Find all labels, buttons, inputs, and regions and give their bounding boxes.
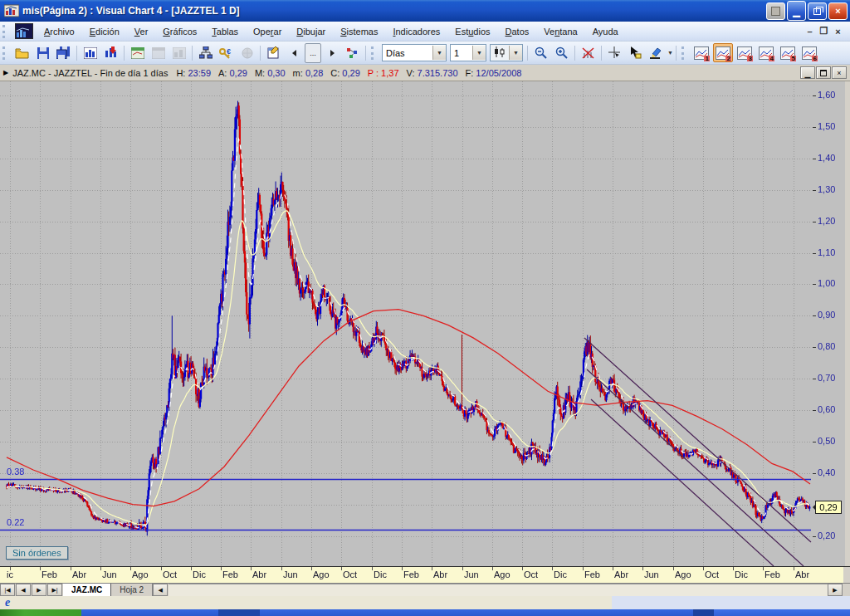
- menu-item-ayuda[interactable]: Ayuda: [585, 24, 626, 39]
- child-close-button[interactable]: ×: [831, 27, 845, 37]
- x-tick-label: Ago: [494, 570, 510, 579]
- insert-bars-button[interactable]: [100, 43, 121, 63]
- crosshair-pointer-button[interactable]: [604, 43, 625, 63]
- quote-field: F: 12/05/2008: [466, 68, 522, 78]
- chart-style-combobox[interactable]: ▼: [490, 44, 523, 61]
- properties-button[interactable]: [263, 43, 284, 63]
- taskbar-button[interactable]: [218, 609, 260, 616]
- prev-sheet-button[interactable]: ◀: [16, 584, 31, 596]
- y-tick-mark: [813, 95, 816, 96]
- price-chart-canvas[interactable]: [0, 81, 812, 566]
- chevron-down-icon[interactable]: ▼: [509, 46, 522, 60]
- x-tick-label: Dic: [735, 570, 748, 579]
- chart-slot-button-5[interactable]: 5: [778, 43, 798, 62]
- time-axis[interactable]: icFebAbrJunAgoOctDicFebAbrJunAgoOctDicFe…: [0, 566, 850, 583]
- chart-close-button[interactable]: ×: [832, 66, 847, 79]
- y-tick-label: 1,60: [818, 90, 835, 100]
- child-restore-button[interactable]: ❒: [817, 26, 831, 37]
- chevron-down-icon[interactable]: ▼: [667, 50, 673, 56]
- menu-item-operar[interactable]: Operar: [246, 24, 289, 39]
- world-data-button-disabled: [237, 43, 257, 63]
- taskbar-button[interactable]: [693, 609, 714, 616]
- tab-hoja-2[interactable]: Hoja 2: [111, 584, 153, 596]
- menu-item-tablas[interactable]: Tablas: [204, 24, 246, 39]
- open-file-button[interactable]: [12, 43, 32, 63]
- horizontal-scrollbar[interactable]: [169, 584, 828, 596]
- start-button[interactable]: [0, 609, 81, 616]
- menu-item-ver[interactable]: Ver: [127, 24, 156, 39]
- x-tick-label: ic: [7, 570, 13, 579]
- first-sheet-button[interactable]: |◀: [0, 584, 15, 596]
- scroll-right-button[interactable]: [321, 43, 342, 63]
- draw-marker-button[interactable]: [646, 43, 667, 63]
- compression-value: 1: [451, 48, 472, 58]
- scroll-left-button[interactable]: [284, 43, 305, 63]
- app-icon: [4, 4, 19, 17]
- x-tick-label: Ago: [313, 570, 330, 579]
- chart-minimize-button[interactable]: ▁: [800, 66, 815, 79]
- new-chart-button[interactable]: [80, 43, 100, 63]
- market-tree-button[interactable]: [195, 43, 216, 63]
- close-button[interactable]: ×: [828, 2, 848, 20]
- object-links-button[interactable]: [342, 43, 363, 63]
- chevron-down-icon[interactable]: ▼: [432, 46, 446, 60]
- zoom-in-button[interactable]: [551, 43, 572, 63]
- tab-jaz-mc[interactable]: JAZ.MC: [63, 584, 111, 596]
- chart-slot-button-3[interactable]: 3: [735, 43, 755, 62]
- taskbar-segment: [714, 609, 850, 616]
- tray-window-button[interactable]: [766, 2, 785, 20]
- chart-slot-button-4[interactable]: 4: [756, 43, 776, 62]
- restore-button[interactable]: [808, 2, 827, 20]
- menu-item-archivo[interactable]: Archivo: [37, 24, 82, 39]
- menu-item-ventana[interactable]: Ventana: [536, 24, 584, 39]
- next-sheet-button[interactable]: ▶: [32, 584, 46, 596]
- currency-key-button[interactable]: €: [216, 43, 237, 63]
- hscroll-left-button[interactable]: ◀: [153, 584, 168, 596]
- menu-item-sistemas[interactable]: Sistemas: [333, 24, 385, 39]
- toolbar-grip[interactable]: [2, 46, 9, 60]
- child-window-icon[interactable]: [15, 23, 33, 39]
- menu-item-datos[interactable]: Datos: [498, 24, 537, 39]
- x-tick-label: Abr: [433, 570, 447, 579]
- hide-chart-button[interactable]: [578, 43, 598, 63]
- menu-item-dibujar[interactable]: Dibujar: [289, 24, 333, 39]
- price-axis[interactable]: 1,601,501,401,301,201,101,000,900,800,70…: [812, 81, 845, 566]
- save-all-button[interactable]: [53, 43, 74, 63]
- x-tick-label: Jun: [464, 570, 479, 579]
- no-orders-badge: Sin órdenes: [6, 546, 68, 560]
- hscroll-right-button[interactable]: ▶: [828, 584, 843, 596]
- chart-slot-button-2[interactable]: 2: [713, 43, 733, 62]
- x-tick-mark: [432, 567, 432, 570]
- zoom-out-button[interactable]: [530, 43, 551, 63]
- pointer-note-button[interactable]: [625, 43, 646, 63]
- interval-dots-button[interactable]: ...: [305, 43, 321, 63]
- y-tick-mark: [813, 473, 816, 474]
- chart-slot-button-1[interactable]: 1: [691, 43, 711, 62]
- menu-item-indicadores[interactable]: Indicadores: [385, 24, 447, 39]
- chart-slot-group: 123456: [691, 43, 820, 62]
- period-combobox[interactable]: Días ▼: [382, 44, 447, 61]
- chart-slot-button-6[interactable]: 6: [799, 43, 819, 62]
- main-toolbar: € ... Días ▼ 1 ▼ ▼ ▼ 12345: [0, 42, 850, 65]
- internet-explorer-icon[interactable]: e: [5, 597, 17, 609]
- support-line-label: 0.38: [7, 467, 24, 477]
- menu-item-estudios[interactable]: Estudios: [447, 24, 497, 39]
- save-button[interactable]: [32, 43, 53, 63]
- toolbar-grip[interactable]: [371, 46, 378, 60]
- toolbar-grip[interactable]: [2, 25, 9, 38]
- x-tick-mark: [583, 567, 584, 570]
- child-minimize-button[interactable]: –: [803, 27, 817, 37]
- new-table-button[interactable]: [127, 43, 148, 63]
- chevron-down-icon[interactable]: ▼: [472, 46, 486, 60]
- expand-arrow-icon[interactable]: ▶: [3, 69, 8, 76]
- menu-item-edición[interactable]: Edición: [82, 24, 127, 39]
- x-tick-mark: [281, 567, 282, 570]
- chart-maximize-button[interactable]: [816, 66, 831, 79]
- y-tick-mark: [813, 410, 816, 411]
- menu-item-gráficos[interactable]: Gráficos: [155, 24, 204, 39]
- x-tick-mark: [71, 567, 71, 570]
- last-sheet-button[interactable]: ▶|: [47, 584, 62, 596]
- minimize-button[interactable]: ▁: [787, 1, 806, 21]
- toolbar-grip[interactable]: [681, 46, 688, 60]
- compression-combobox[interactable]: 1 ▼: [450, 44, 486, 61]
